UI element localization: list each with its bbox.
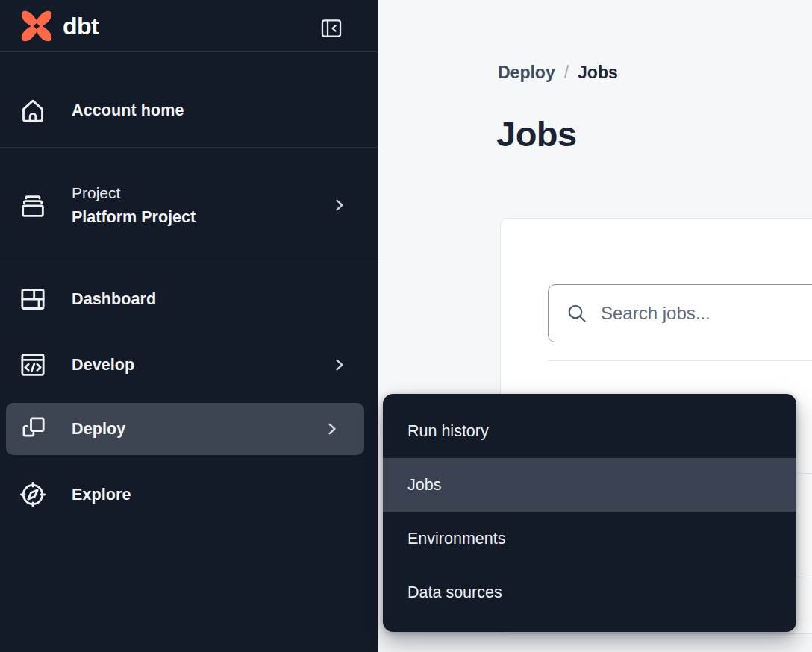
sidebar-item-deploy[interactable]: Deploy	[6, 403, 364, 455]
sidebar-item-label: Develop	[72, 356, 134, 374]
panel-collapse-icon	[319, 16, 344, 41]
sidebar-item-explore[interactable]: Explore	[0, 475, 378, 514]
sidebar-item-label: Deploy	[72, 420, 125, 439]
compass-icon	[18, 480, 48, 510]
breadcrumb-current: Jobs	[578, 63, 618, 83]
dbt-logo-icon	[16, 6, 57, 46]
breadcrumb: Deploy / Jobs	[498, 63, 618, 83]
sidebar-item-project[interactable]: Project Platform Project	[0, 176, 378, 234]
page-title: Jobs	[496, 113, 577, 154]
search-icon	[565, 301, 589, 325]
sidebar-item-label: Account home	[72, 101, 184, 120]
code-window-icon	[18, 350, 48, 380]
sidebar-divider	[0, 147, 378, 148]
app-window: dbt Account home	[0, 0, 812, 652]
sidebar-collapse-button[interactable]	[319, 16, 344, 41]
project-stack-icon	[18, 190, 48, 220]
submenu-item-run-history[interactable]: Run history	[383, 404, 796, 458]
search-box[interactable]	[548, 284, 812, 342]
sidebar-item-account-home[interactable]: Account home	[0, 91, 378, 130]
dbt-logo: dbt	[16, 6, 99, 46]
sidebar-item-dashboard[interactable]: Dashboard	[0, 280, 378, 319]
sidebar-item-project-name: Platform Project	[72, 207, 196, 228]
chevron-right-icon	[331, 357, 348, 373]
submenu-item-jobs[interactable]: Jobs	[383, 458, 796, 512]
sidebar-divider	[0, 257, 378, 257]
submenu-item-environments[interactable]: Environments	[383, 512, 796, 565]
deploy-icon	[18, 414, 48, 444]
sidebar: dbt Account home	[0, 0, 378, 652]
breadcrumb-deploy-link[interactable]: Deploy	[498, 63, 555, 83]
chevron-right-icon	[324, 421, 340, 437]
sidebar-item-project-label: Project	[72, 183, 196, 203]
sidebar-item-label: Explore	[72, 486, 131, 504]
sidebar-item-label: Dashboard	[72, 290, 156, 309]
breadcrumb-separator: /	[564, 63, 569, 83]
chevron-right-icon	[331, 197, 348, 213]
search-jobs-input[interactable]	[601, 303, 812, 324]
sidebar-item-develop[interactable]: Develop	[0, 345, 378, 384]
home-icon	[18, 95, 48, 125]
deploy-submenu: Run history Jobs Environments Data sourc…	[383, 394, 796, 632]
submenu-item-data-sources[interactable]: Data sources	[383, 565, 796, 619]
card-divider	[548, 360, 812, 361]
dashboard-icon	[18, 284, 48, 314]
sidebar-header: dbt	[0, 0, 378, 52]
dbt-logo-text: dbt	[63, 13, 99, 40]
